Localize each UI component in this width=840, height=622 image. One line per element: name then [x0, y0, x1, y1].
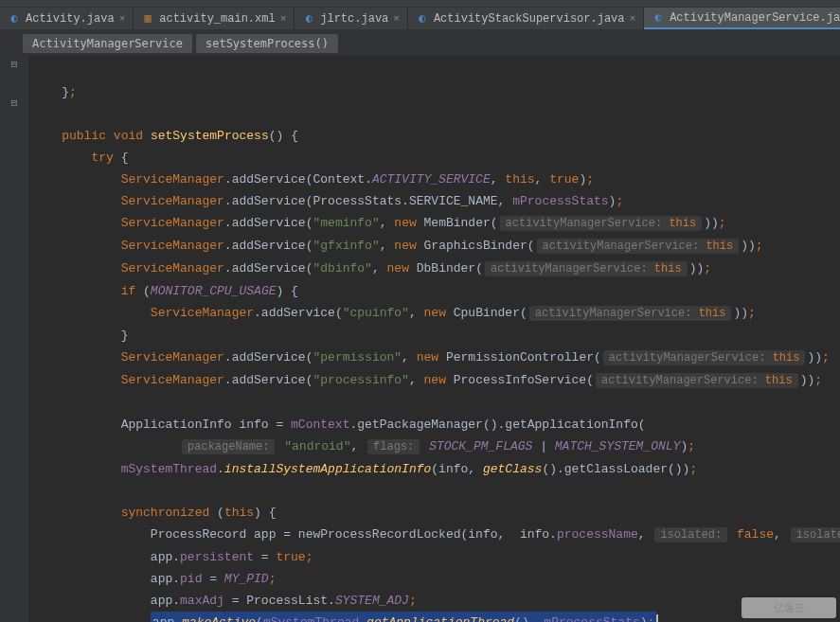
- fold-icon[interactable]: ⊟: [11, 58, 18, 70]
- param-hint: isolatedU: [791, 527, 840, 542]
- close-icon[interactable]: ×: [630, 13, 636, 25]
- xml-file-icon: ▦: [141, 12, 154, 26]
- close-icon[interactable]: ×: [119, 13, 126, 25]
- fold-icon[interactable]: ⊟: [11, 97, 18, 109]
- param-hint: activityManagerService: this: [500, 216, 703, 231]
- breadcrumb: ActivityManagerService setSystemProcess(…: [0, 30, 840, 56]
- param-hint: activityManagerService: this: [603, 350, 806, 365]
- java-file-icon: ◐: [302, 12, 315, 26]
- highlighted-line: app.makeActive(mSystemThread.getApplicat…: [32, 615, 658, 622]
- java-file-icon: ◐: [652, 11, 665, 25]
- tab-activity-java[interactable]: ◐ Activity.java ×: [0, 8, 134, 29]
- tab-label: jlrtc.java: [320, 12, 388, 26]
- breadcrumb-class[interactable]: ActivityManagerService: [23, 34, 192, 53]
- param-hint: activityManagerService: this: [485, 261, 688, 276]
- tab-label: ActivityStackSupervisor.java: [434, 12, 625, 26]
- editor-tabs: ◐ Activity.java × ▦ activity_main.xml × …: [0, 8, 840, 30]
- param-hint: packageName:: [182, 439, 275, 454]
- tab-activity-manager-service[interactable]: ◐ ActivityManagerService.java ×: [644, 8, 840, 29]
- tab-label: ActivityManagerService.java: [670, 11, 840, 25]
- param-hint: flags:: [367, 439, 420, 454]
- param-hint: activityManagerService: this: [596, 373, 798, 388]
- param-hint: activityManagerService: this: [537, 239, 740, 254]
- tab-activity-stack-supervisor[interactable]: ◐ ActivityStackSupervisor.java ×: [408, 8, 644, 29]
- editor-area: ⊟ ⊟ }; public void setSystemProcess() { …: [0, 56, 840, 622]
- code-editor[interactable]: }; public void setSystemProcess() { try …: [28, 56, 840, 622]
- watermark-text: 亿速云: [774, 601, 805, 615]
- tab-activity-main-xml[interactable]: ▦ activity_main.xml ×: [134, 8, 295, 29]
- close-icon[interactable]: ×: [393, 13, 400, 25]
- top-toolbar: [0, 0, 840, 8]
- tab-label: Activity.java: [26, 12, 115, 26]
- watermark-logo: 亿速云: [742, 597, 836, 618]
- gutter[interactable]: ⊟ ⊟: [0, 56, 28, 622]
- param-hint: isolated:: [654, 527, 727, 542]
- java-file-icon: ◐: [8, 12, 21, 26]
- breadcrumb-method[interactable]: setSystemProcess(): [196, 34, 338, 53]
- tab-label: activity_main.xml: [159, 12, 275, 26]
- text-caret: [656, 614, 658, 622]
- java-file-icon: ◐: [416, 12, 429, 26]
- close-icon[interactable]: ×: [280, 13, 287, 25]
- param-hint: activityManagerService: this: [529, 306, 732, 321]
- tab-jlrtc-java[interactable]: ◐ jlrtc.java ×: [295, 8, 408, 29]
